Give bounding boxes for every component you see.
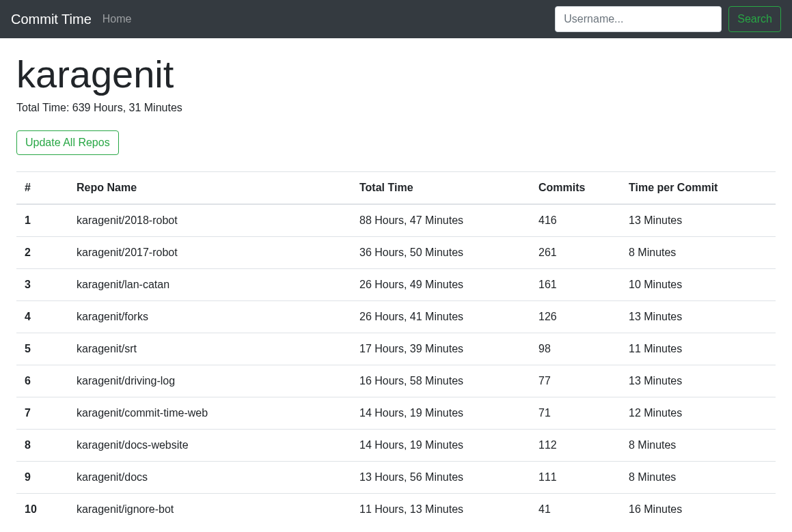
row-tpc: 8 Minutes — [620, 430, 776, 462]
row-commits: 112 — [530, 430, 620, 462]
row-repo: karagenit/lan-catan — [68, 269, 351, 301]
row-repo: karagenit/ignore-bot — [68, 494, 351, 526]
row-tpc: 13 Minutes — [620, 365, 776, 397]
header-commits: Commits — [530, 172, 620, 205]
table-body: 1karagenit/2018-robot88 Hours, 47 Minute… — [16, 204, 776, 525]
row-num: 1 — [16, 204, 68, 237]
row-tpc: 11 Minutes — [620, 333, 776, 365]
table-row: 2karagenit/2017-robot36 Hours, 50 Minute… — [16, 237, 776, 269]
table-row: 5karagenit/srt17 Hours, 39 Minutes9811 M… — [16, 333, 776, 365]
row-time: 26 Hours, 49 Minutes — [351, 269, 530, 301]
row-num: 7 — [16, 397, 68, 430]
navbar-brand[interactable]: Commit Time — [11, 8, 92, 31]
row-repo: karagenit/2018-robot — [68, 204, 351, 237]
table-row: 9karagenit/docs13 Hours, 56 Minutes1118 … — [16, 462, 776, 494]
row-commits: 126 — [530, 301, 620, 333]
row-num: 8 — [16, 430, 68, 462]
row-commits: 161 — [530, 269, 620, 301]
row-repo: karagenit/docs — [68, 462, 351, 494]
row-repo: karagenit/commit-time-web — [68, 397, 351, 430]
row-tpc: 13 Minutes — [620, 204, 776, 237]
row-time: 16 Hours, 58 Minutes — [351, 365, 530, 397]
row-repo: karagenit/driving-log — [68, 365, 351, 397]
row-time: 26 Hours, 41 Minutes — [351, 301, 530, 333]
row-num: 4 — [16, 301, 68, 333]
row-time: 13 Hours, 56 Minutes — [351, 462, 530, 494]
row-tpc: 8 Minutes — [620, 462, 776, 494]
row-repo: karagenit/srt — [68, 333, 351, 365]
row-repo: karagenit/forks — [68, 301, 351, 333]
row-num: 6 — [16, 365, 68, 397]
table-row: 1karagenit/2018-robot88 Hours, 47 Minute… — [16, 204, 776, 237]
table-row: 6karagenit/driving-log16 Hours, 58 Minut… — [16, 365, 776, 397]
navbar-right: Search — [555, 6, 781, 32]
row-time: 14 Hours, 19 Minutes — [351, 397, 530, 430]
header-tpc: Time per Commit — [620, 172, 776, 205]
navbar-left: Commit Time Home — [11, 8, 131, 31]
row-commits: 77 — [530, 365, 620, 397]
row-time: 11 Hours, 13 Minutes — [351, 494, 530, 526]
table-row: 4karagenit/forks26 Hours, 41 Minutes1261… — [16, 301, 776, 333]
row-tpc: 10 Minutes — [620, 269, 776, 301]
row-tpc: 8 Minutes — [620, 237, 776, 269]
row-commits: 111 — [530, 462, 620, 494]
row-time: 14 Hours, 19 Minutes — [351, 430, 530, 462]
row-commits: 41 — [530, 494, 620, 526]
navbar: Commit Time Home Search — [0, 0, 792, 38]
search-input[interactable] — [555, 6, 722, 32]
total-time-label: Total Time: 639 Hours, 31 Minutes — [16, 102, 776, 114]
main-container: karagenit Total Time: 639 Hours, 31 Minu… — [0, 52, 792, 525]
row-num: 9 — [16, 462, 68, 494]
repos-table: # Repo Name Total Time Commits Time per … — [16, 171, 776, 525]
row-num: 3 — [16, 269, 68, 301]
page-title: karagenit — [16, 52, 776, 96]
row-time: 17 Hours, 39 Minutes — [351, 333, 530, 365]
table-row: 7karagenit/commit-time-web14 Hours, 19 M… — [16, 397, 776, 430]
row-commits: 261 — [530, 237, 620, 269]
row-num: 10 — [16, 494, 68, 526]
table-row: 10karagenit/ignore-bot11 Hours, 13 Minut… — [16, 494, 776, 526]
header-repo: Repo Name — [68, 172, 351, 205]
table-row: 8karagenit/docs-website14 Hours, 19 Minu… — [16, 430, 776, 462]
header-time: Total Time — [351, 172, 530, 205]
row-repo: karagenit/docs-website — [68, 430, 351, 462]
nav-home-link[interactable]: Home — [103, 13, 132, 25]
table-header: # Repo Name Total Time Commits Time per … — [16, 172, 776, 205]
search-button[interactable]: Search — [728, 6, 781, 32]
row-time: 88 Hours, 47 Minutes — [351, 204, 530, 237]
table-row: 3karagenit/lan-catan26 Hours, 49 Minutes… — [16, 269, 776, 301]
header-num: # — [16, 172, 68, 205]
row-tpc: 13 Minutes — [620, 301, 776, 333]
row-tpc: 12 Minutes — [620, 397, 776, 430]
row-commits: 71 — [530, 397, 620, 430]
row-num: 5 — [16, 333, 68, 365]
row-repo: karagenit/2017-robot — [68, 237, 351, 269]
update-all-repos-button[interactable]: Update All Repos — [16, 130, 119, 155]
row-time: 36 Hours, 50 Minutes — [351, 237, 530, 269]
row-tpc: 16 Minutes — [620, 494, 776, 526]
row-num: 2 — [16, 237, 68, 269]
row-commits: 98 — [530, 333, 620, 365]
row-commits: 416 — [530, 204, 620, 237]
